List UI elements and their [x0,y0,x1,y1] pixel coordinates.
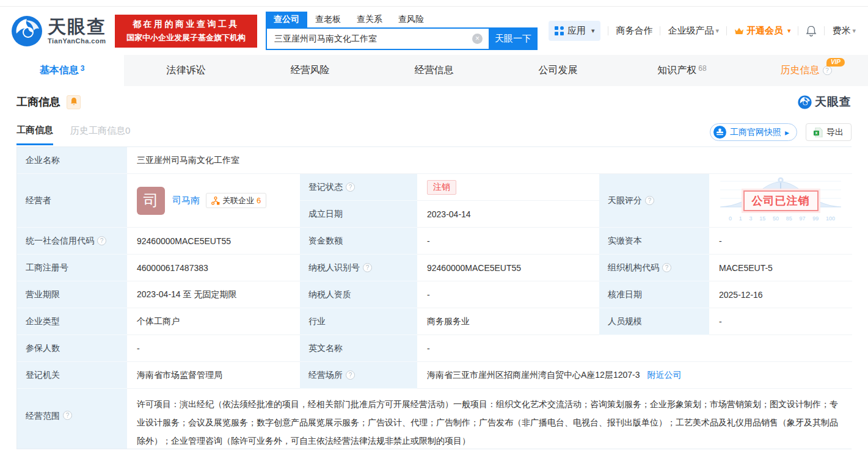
search-tab-risk[interactable]: 查风险 [390,12,432,27]
score-axis-labels: 0131550859799100 [729,215,835,222]
search-tab-company[interactable]: 查公司 [266,12,307,27]
tab-operating-label: 经营信息 [415,64,454,77]
tab-intellectual-property[interactable]: 知识产权 68 [620,55,744,86]
divider [660,26,660,35]
subscribe-bell-button[interactable] [67,95,81,109]
tianyancha-swirl-icon [798,95,812,109]
search-module: 查公司 查老板 查关系 查风险 × 天眼一下 [266,12,538,50]
help-icon[interactable]: ? [97,236,106,245]
apps-menu-button[interactable]: 应用 ▾ [549,21,601,41]
user-menu[interactable]: 费米 ▾ [832,25,856,37]
chevron-down-icon: ▾ [591,27,595,35]
deregistered-stamp: 公司已注销 [743,190,819,211]
insured-count-value: - [127,335,300,362]
tianyancha-swirl-icon [11,15,43,47]
help-icon[interactable]: ? [363,263,372,272]
company-tab-bar: 基本信息 3 法律诉讼 经营风险 经营信息 公司发展 知识产权 68 VIP 历… [0,55,868,86]
related-companies-count: 6 [257,196,261,205]
subtab-history-label: 历史工商信息 [70,125,125,136]
svg-text:x: x [815,131,818,135]
business-site-address: 海南省三亚市崖州区招商崖州湾自贸中心A座12层1207-3 [427,370,640,381]
tab-legal-proceedings[interactable]: 法律诉讼 [124,55,248,86]
clear-search-icon[interactable]: × [472,34,483,44]
tyc-score-label: 天眼评分 [608,195,642,206]
tianyancha-logo[interactable]: 天眼查 TianYanCha.com [11,15,106,47]
section-title: 工商信息 [16,95,60,109]
enterprise-products-menu[interactable]: 企业级产品 ▾ [668,25,719,37]
field-label: 参保人数 [17,335,127,362]
cooperation-link[interactable]: 商务合作 [616,25,652,37]
help-icon[interactable]: ? [645,196,654,205]
help-icon[interactable]: ? [346,183,355,192]
field-label: 实缴资本 [599,228,709,255]
search-tab-relation[interactable]: 查关系 [349,12,390,27]
field-label: 工商注册号 [17,255,127,281]
search-tab-boss[interactable]: 查老板 [307,12,349,27]
help-icon[interactable]: ? [823,66,832,75]
company-name-value: 三亚崖州司马南文化工作室 [127,147,852,174]
chevron-down-icon: ▾ [852,27,856,35]
field-label: 经营场所 ? [300,362,417,389]
header-nav: 应用 ▾ 商务合作 企业级产品 ▾ 开通会员 ▾ 费米 [549,21,856,41]
org-code-label: 组织机构代码 [608,262,659,273]
field-label: 行业 [300,308,417,335]
tab-ip-label: 知识产权 [657,64,696,77]
subtab-business-info[interactable]: 工商信息 [16,125,53,145]
help-icon[interactable]: ? [63,411,72,420]
approval-date-value: 2025-12-16 [709,281,852,308]
tab-operating-risk[interactable]: 经营风险 [248,55,372,86]
export-button[interactable]: x 导出 [806,123,852,141]
subtab-history-business-info[interactable]: 历史工商信息0 [70,125,130,144]
main-content: 工商信息 天眼查 工商信息 历史工商信息0 [0,94,868,449]
tyc-score-cell: 0131550859799100 公司已注销 [709,174,852,228]
org-network-icon [211,197,220,205]
field-label: 营业期限 [17,281,127,308]
related-companies-badge[interactable]: 关联企业 6 [206,193,266,208]
field-label: 登记状态 ? [300,174,417,201]
reg-authority-value: 海南省市场监督管理局 [127,362,300,389]
vip-badge: VIP [826,58,845,67]
related-companies-label: 关联企业 [222,195,254,206]
operator-name-link[interactable]: 司马南 [172,195,200,206]
tab-risk-label: 经营风险 [291,64,330,77]
open-vip-button[interactable]: 开通会员 ▾ [734,25,791,37]
search-input[interactable] [266,27,489,50]
tab-history-info[interactable]: VIP 历史信息 ? [744,55,868,86]
search-button[interactable]: 天眼一下 [489,27,538,50]
divider [608,26,608,35]
field-label: 天眼评分 ? [599,174,709,228]
help-icon[interactable]: ? [346,370,355,380]
help-icon[interactable]: ? [662,263,671,272]
credit-code-value: 92460000MACE5EUT55 [127,228,300,255]
english-name-value: - [417,335,852,362]
open-vip-label: 开通会员 [746,25,783,37]
search-tabs: 查公司 查老板 查关系 查风险 [266,12,538,27]
industry-value: 商务服务业 [417,308,599,335]
promo-banner: 都在用的商业查询工具 国家中小企业发展子基金旗下机构 [115,15,257,48]
operator-avatar[interactable]: 司 [137,187,165,215]
field-label: 核准日期 [599,281,709,308]
divider [824,26,825,35]
nearby-companies-link[interactable]: 附近公司 [647,370,682,381]
company-type-value: 个体工商户 [127,308,300,335]
staff-size-value: - [709,308,852,335]
tab-basic-info[interactable]: 基本信息 3 [0,55,124,86]
business-site-value: 海南省三亚市崖州区招商崖州湾自贸中心A座12层1207-3 附近公司 [417,362,852,389]
tab-ip-count: 68 [698,64,706,73]
field-label: 成立日期 [300,201,417,228]
notification-bell-button[interactable] [806,25,817,37]
tab-operating-info[interactable]: 经营信息 [372,55,496,86]
status-badge: 注销 [427,180,456,195]
official-snapshot-button[interactable]: 工商官网快照 ▸ [710,123,797,141]
tab-basic-info-label: 基本信息 [40,64,79,77]
subtab-history-count: 0 [125,125,130,136]
operator-cell: 司 司马南 关联企业 6 [127,174,300,228]
org-code-value: MACE5EUT-5 [709,255,852,281]
tab-development-label: 公司发展 [539,64,578,77]
chevron-down-icon: ▾ [715,27,719,35]
tab-company-development[interactable]: 公司发展 [496,55,620,86]
username-label: 费米 [832,25,850,37]
bell-icon [806,25,817,37]
tianyancha-watermark-logo: 天眼查 [798,94,852,110]
field-label: 企业类型 [17,308,127,335]
